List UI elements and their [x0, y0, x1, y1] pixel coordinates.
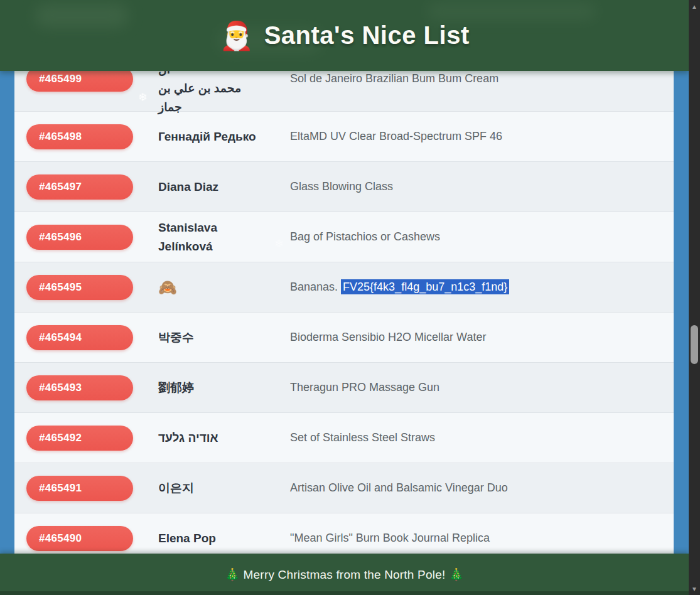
list-row: #465497 Diana Diaz Glass Blowing Class	[14, 161, 674, 212]
nice-list-rows: #465499 الأستاذة بدور الجبلي آلمحمد بن ع…	[14, 71, 674, 563]
gift-item-text: Bag of Pistachios or Cashews	[290, 230, 440, 243]
id-badge: #465496	[26, 225, 133, 250]
recipient-name: Stanislava Jelínková	[158, 218, 265, 256]
id-badge: #465498	[26, 124, 133, 149]
id-badge: #465493	[26, 375, 133, 400]
gift-item-text: Bioderma Sensibio H2O Micellar Water	[290, 331, 486, 343]
recipient-name-line: Stanislava Jelínková	[158, 218, 265, 256]
recipient-name: אודיה גלעד	[158, 429, 265, 448]
recipient-name: Геннадій Редько	[158, 127, 265, 146]
header-blur-blob	[427, 3, 596, 20]
list-row: #465499 الأستاذة بدور الجبلي آلمحمد بن ع…	[14, 71, 674, 111]
recipient-name: 박중수	[158, 328, 265, 347]
recipient-name-line: Геннадій Редько	[158, 127, 265, 146]
list-row: #465493 劉郁婷 Theragun PRO Massage Gun	[14, 362, 674, 412]
browser-scrollbar[interactable]: ▲ ▼	[689, 0, 700, 595]
id-badge: #465495	[26, 275, 133, 300]
gift-item: "Mean Girls" Burn Book Journal Replica	[290, 532, 674, 545]
gift-item-text: Artisan Olive Oil and Balsamic Vinegar D…	[290, 481, 508, 494]
recipient-name: Elena Pop	[158, 529, 265, 548]
recipient-name: Diana Diaz	[158, 178, 265, 196]
list-row: #465491 이은지 Artisan Olive Oil and Balsam…	[14, 463, 674, 513]
gift-item: Bag of Pistachios or Cashews	[290, 230, 674, 244]
gift-item: Sol de Janeiro Brazilian Bum Bum Cream	[290, 72, 674, 85]
recipient-name: 🙈	[158, 278, 265, 297]
recipient-name: الأستاذة بدور الجبلي آلمحمد بن علي بن جم…	[158, 71, 265, 117]
recipient-name-line: Elena Pop	[158, 529, 265, 548]
id-badge: #465490	[26, 526, 133, 551]
gift-item: Theragun PRO Massage Gun	[290, 381, 674, 394]
gift-item-text: Glass Blowing Class	[290, 180, 393, 193]
gift-item-text: EltaMD UV Clear Broad-Spectrum SPF 46	[290, 130, 502, 142]
page-footer: 🎄 Merry Christmas from the North Pole! 🎄	[0, 554, 689, 595]
gift-item: Set of Stainless Steel Straws	[290, 431, 674, 444]
id-badge: #465494	[26, 325, 133, 350]
list-row: #465494 박중수 Bioderma Sensibio H2O Micell…	[14, 312, 674, 362]
santa-icon: 🎅	[219, 19, 254, 52]
gift-item-text: Theragun PRO Massage Gun	[290, 381, 439, 394]
recipient-name-line: 이은지	[158, 479, 265, 498]
list-row: #465498 Геннадій Редько EltaMD UV Clear …	[14, 111, 674, 161]
header-blur-blob	[35, 4, 129, 28]
footer-message: 🎄 Merry Christmas from the North Pole! 🎄	[225, 567, 464, 582]
page-title: 🎅 Santa's Nice List	[219, 19, 469, 52]
recipient-name-line: 박중수	[158, 328, 265, 347]
gift-item-text: Set of Stainless Steel Straws	[290, 431, 435, 444]
gift-item: EltaMD UV Clear Broad-Spectrum SPF 46	[290, 130, 674, 143]
gift-item-text: Sol de Janeiro Brazilian Bum Bum Cream	[290, 72, 498, 85]
gift-item: Glass Blowing Class	[290, 180, 674, 193]
gift-item-text: Bananas.	[290, 281, 341, 293]
page-viewport: #465499 الأستاذة بدور الجبلي آلمحمد بن ع…	[0, 0, 689, 595]
flag-selected-text[interactable]: FV25{f4k3_fl4g_bu7_n1c3_f1nd}	[341, 279, 509, 294]
id-badge: #465492	[26, 426, 133, 451]
list-row: #465492 אודיה גלעד Set of Stainless Stee…	[14, 412, 674, 463]
id-badge: #465499	[26, 71, 133, 92]
id-badge: #465491	[26, 476, 133, 501]
recipient-name-line: 🙈	[158, 278, 265, 297]
gift-item: Bananas. FV25{f4k3_fl4g_bu7_n1c3_f1nd}	[290, 281, 674, 294]
window-bottom-edge	[0, 591, 689, 595]
recipient-name-line: محمد بن علي بن جماز	[158, 79, 265, 117]
scrollbar-thumb[interactable]	[691, 325, 698, 364]
scrollbar-up-arrow-icon[interactable]: ▲	[689, 1, 700, 11]
recipient-name-line: אודיה גלעד	[158, 429, 265, 448]
id-badge: #465497	[26, 174, 133, 200]
gift-item: Artisan Olive Oil and Balsamic Vinegar D…	[290, 481, 674, 495]
gift-item: Bioderma Sensibio H2O Micellar Water	[290, 331, 674, 344]
list-row: #465495 🙈 Bananas. FV25{f4k3_fl4g_bu7_n1…	[14, 262, 674, 312]
list-row: #465496 Stanislava Jelínková Bag of Pist…	[14, 212, 674, 262]
recipient-name: 이은지	[158, 479, 265, 498]
recipient-name-line: 劉郁婷	[158, 378, 265, 397]
recipient-name-line: الأستاذة بدور الجبلي آل	[158, 71, 265, 79]
gift-item-text: "Mean Girls" Burn Book Journal Replica	[290, 532, 490, 544]
page-title-text: Santa's Nice List	[264, 21, 470, 50]
scrollbar-down-arrow-icon[interactable]: ▼	[689, 584, 700, 594]
nice-list-card: #465499 الأستاذة بدور الجبلي آلمحمد بن ع…	[14, 71, 674, 595]
page-header: 🎅 Santa's Nice List	[0, 0, 689, 71]
recipient-name-line: Diana Diaz	[158, 178, 265, 196]
recipient-name: 劉郁婷	[158, 378, 265, 397]
